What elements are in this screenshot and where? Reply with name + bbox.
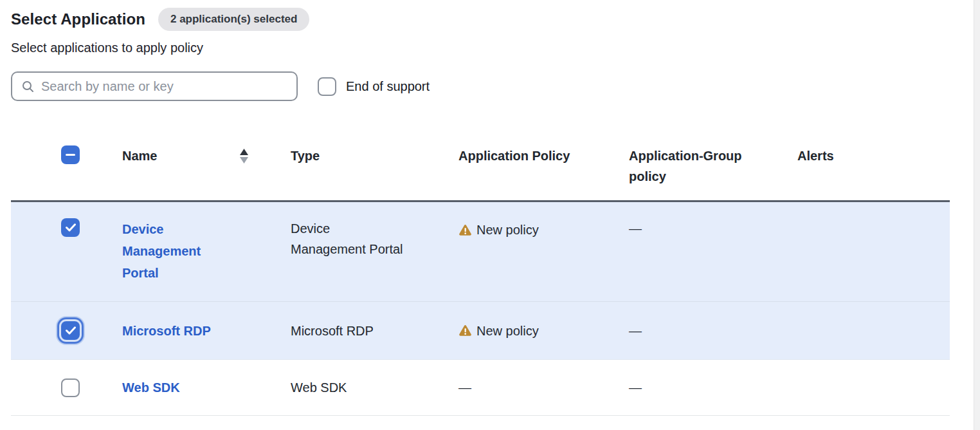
row-checkbox-cell: [11, 218, 112, 237]
row-checkbox-cell: [11, 321, 112, 340]
application-type: Device Management Portal: [280, 218, 448, 259]
select-all-checkbox[interactable]: [61, 145, 80, 164]
application-policy-cell: New policy: [448, 321, 619, 341]
warning-icon: [458, 224, 472, 236]
table-row[interactable]: Web SDK Web SDK — —: [11, 360, 950, 416]
application-policy-cell: New policy: [448, 220, 619, 240]
table-header-row: Name Type Application Policy Application…: [11, 131, 950, 202]
application-policy-value: New policy: [476, 321, 539, 341]
application-group-policy-value: —: [619, 321, 787, 341]
row-checkbox[interactable]: [61, 218, 80, 237]
controls-row: End of support: [11, 71, 950, 101]
sort-arrows-icon[interactable]: [240, 149, 248, 164]
column-header-application-policy[interactable]: Application Policy: [448, 145, 586, 166]
end-of-support-label: End of support: [346, 79, 430, 94]
application-name-link[interactable]: Device Management Portal: [112, 218, 224, 284]
application-type: Microsoft RDP: [280, 321, 448, 341]
applications-table: Name Type Application Policy Application…: [11, 131, 950, 416]
row-checkbox[interactable]: [61, 379, 80, 397]
search-box[interactable]: [11, 71, 298, 101]
header-row: Select Application 2 application(s) sele…: [11, 8, 950, 31]
page-title: Select Application: [11, 10, 145, 28]
end-of-support-checkbox[interactable]: [318, 77, 336, 96]
end-of-support-filter[interactable]: End of support: [318, 77, 430, 96]
table-row[interactable]: Device Management Portal Device Manageme…: [11, 202, 950, 302]
row-checkbox-cell: [11, 379, 112, 397]
application-name-link[interactable]: Microsoft RDP: [112, 320, 224, 342]
check-icon: [66, 326, 76, 335]
header-checkbox-cell: [11, 145, 112, 164]
indeterminate-mark-icon: [66, 154, 75, 156]
column-header-application-group-policy[interactable]: Application-Group policy: [619, 145, 757, 187]
search-input[interactable]: [41, 79, 289, 94]
select-application-panel: Select Application 2 application(s) sele…: [0, 0, 950, 416]
selected-count-badge: 2 application(s) selected: [158, 8, 309, 31]
application-group-policy-value: —: [619, 377, 787, 398]
search-icon: [22, 80, 34, 93]
column-header-alerts[interactable]: Alerts: [787, 145, 925, 166]
application-group-policy-value: —: [619, 218, 787, 239]
application-policy-value: —: [448, 377, 619, 398]
application-type: Web SDK: [280, 377, 448, 398]
column-header-name[interactable]: Name: [112, 145, 250, 166]
row-checkbox[interactable]: [61, 321, 80, 340]
check-icon: [66, 223, 76, 232]
table-row[interactable]: Microsoft RDP Microsoft RDP New policy —: [11, 302, 950, 360]
warning-icon: [458, 324, 472, 337]
application-name-link[interactable]: Web SDK: [112, 377, 224, 398]
page-edge-strip: [974, 0, 980, 430]
subtitle: Select applications to apply policy: [11, 41, 950, 55]
column-header-type[interactable]: Type: [280, 145, 419, 166]
application-policy-value: New policy: [476, 220, 539, 240]
